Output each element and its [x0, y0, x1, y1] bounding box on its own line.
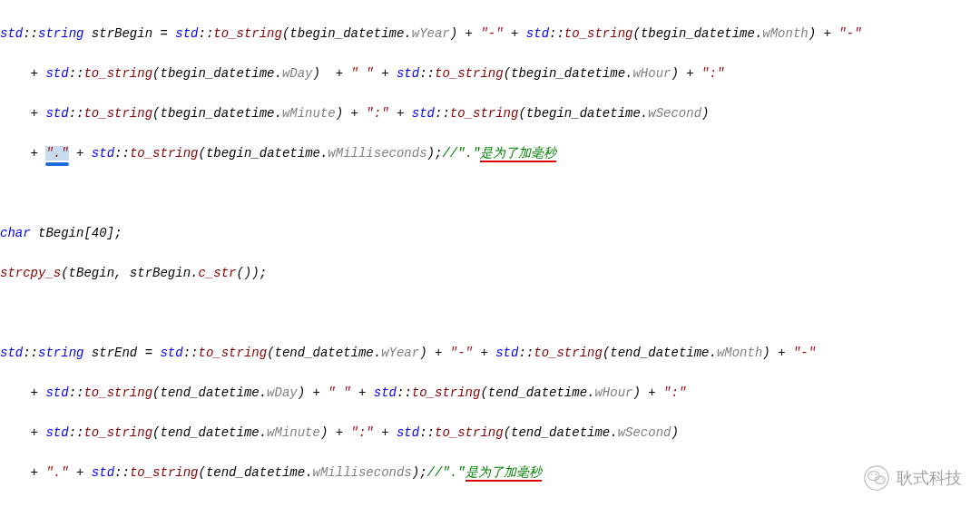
code-text: strBegin = — [83, 26, 175, 41]
code-text: ) + — [320, 425, 351, 440]
code-text: (tend_datetime. — [504, 425, 618, 440]
string-literal: ":" — [351, 425, 374, 440]
string-literal: ":" — [663, 385, 686, 400]
string-literal: "-" — [838, 26, 861, 41]
code-text: ) + — [336, 106, 367, 121]
code-text: ) + — [632, 385, 663, 400]
code-text: ) + — [313, 66, 351, 81]
function-call: to_string — [199, 346, 268, 360]
member: wHour — [632, 66, 671, 81]
code-line[interactable]: + std::to_string(tend_datetime.wDay) + "… — [0, 383, 980, 403]
member: wYear — [412, 26, 450, 41]
code-text: + — [0, 465, 45, 480]
member: wMinute — [267, 425, 320, 440]
function-call: to_string — [130, 465, 199, 480]
member: wDay — [267, 385, 298, 400]
comment: //"." — [442, 146, 480, 161]
code-text: + — [374, 66, 397, 81]
svg-point-5 — [877, 478, 879, 480]
function-call: to_string — [435, 66, 504, 81]
code-text: + — [0, 425, 45, 440]
namespace: std — [92, 465, 114, 480]
type: string — [38, 346, 83, 360]
code-text: + — [0, 146, 45, 161]
namespace: std — [397, 425, 419, 440]
string-literal: "." — [45, 465, 68, 480]
code-text: ); — [427, 146, 443, 161]
member: wMilliseconds — [313, 465, 412, 480]
comment-squiggle: 是为了加毫秒 — [480, 146, 556, 162]
code-text: + — [389, 106, 412, 121]
code-line[interactable]: std::string strBegin = std::to_string(tb… — [0, 24, 980, 44]
string-literal: "-" — [450, 346, 473, 360]
string-literal: "-" — [793, 346, 816, 360]
code-line[interactable]: + std::to_string(tbegin_datetime.wDay) +… — [0, 63, 980, 83]
namespace: std — [397, 66, 419, 81]
code-text: + — [69, 465, 92, 480]
code-text: (tbegin_datetime. — [282, 26, 412, 41]
blank-line[interactable] — [0, 502, 980, 507]
namespace: std — [45, 66, 68, 81]
code-text: (tbegin_datetime. — [152, 66, 282, 81]
member: wSecond — [648, 106, 701, 121]
function-call: to_string — [130, 146, 199, 161]
code-line[interactable]: + "." + std::to_string(tbegin_datetime.w… — [0, 143, 980, 163]
blank-line[interactable] — [0, 183, 980, 203]
code-text: (tend_datetime. — [152, 425, 267, 440]
comment: //"." — [427, 465, 466, 480]
code-editor-viewport[interactable]: std::string strBegin = std::to_string(tb… — [0, 0, 980, 507]
code-text: ()); — [236, 266, 267, 280]
code-text: (tbegin_datetime. — [199, 146, 328, 161]
code-text: ) + — [419, 346, 450, 360]
namespace: std — [0, 26, 23, 41]
code-text: (tBegin, strBegin. — [61, 266, 198, 280]
function-call: to_string — [564, 26, 633, 41]
code-text: + — [504, 26, 526, 41]
code-text: strEnd = — [83, 346, 160, 360]
code-text: (tbegin_datetime. — [632, 26, 762, 41]
code-text: ) + — [762, 346, 793, 360]
namespace: std — [412, 106, 435, 121]
watermark-overlay: 耿式科技 — [864, 465, 962, 491]
highlighted-annotation: "." — [45, 146, 68, 161]
function-call: to_string — [213, 26, 282, 41]
function-call: to_string — [83, 385, 152, 400]
code-line[interactable]: + "." + std::to_string(tend_datetime.wMi… — [0, 463, 980, 483]
watermark-label: 耿式科技 — [897, 468, 962, 488]
function-call: to_string — [534, 346, 603, 360]
keyword: char — [0, 226, 31, 240]
code-line[interactable]: strcpy_s(tBegin, strBegin.c_str()); — [0, 263, 980, 283]
namespace: std — [160, 346, 182, 360]
code-text: + — [374, 425, 397, 440]
member: wMonth — [762, 26, 808, 41]
code-line[interactable]: + std::to_string(tbegin_datetime.wMinute… — [0, 103, 980, 123]
code-text: ); — [412, 465, 427, 480]
function-call: to_string — [412, 385, 481, 400]
code-text: (tbegin_datetime. — [518, 106, 648, 121]
code-text: (tbegin_datetime. — [152, 106, 282, 121]
code-line[interactable]: + std::to_string(tend_datetime.wMinute) … — [0, 423, 980, 443]
code-text: ) — [671, 425, 678, 440]
string-literal: " " — [351, 66, 374, 81]
code-line[interactable]: char tBegin[40]; — [0, 223, 980, 243]
namespace: std — [45, 385, 68, 400]
code-text: + — [0, 66, 45, 81]
code-line[interactable]: std::string strEnd = std::to_string(tend… — [0, 343, 980, 363]
function-call: c_str — [198, 266, 236, 280]
code-text: (tend_datetime. — [480, 385, 594, 400]
code-text: ) + — [671, 66, 701, 81]
code-text: + — [69, 146, 92, 161]
code-text: ) — [701, 106, 709, 121]
code-text: (tend_datetime. — [199, 465, 313, 480]
blank-line[interactable] — [0, 303, 980, 323]
comment-squiggle: 是为了加毫秒 — [466, 465, 542, 482]
string-literal: ":" — [701, 66, 724, 81]
namespace: std — [495, 346, 518, 360]
function-call: strcpy_s — [0, 266, 61, 280]
function-call: to_string — [435, 425, 504, 440]
namespace: std — [374, 385, 397, 400]
code-text: ) + — [450, 26, 481, 41]
wechat-icon — [864, 465, 889, 491]
code-text: + — [351, 385, 374, 400]
string-literal: "-" — [480, 26, 503, 41]
